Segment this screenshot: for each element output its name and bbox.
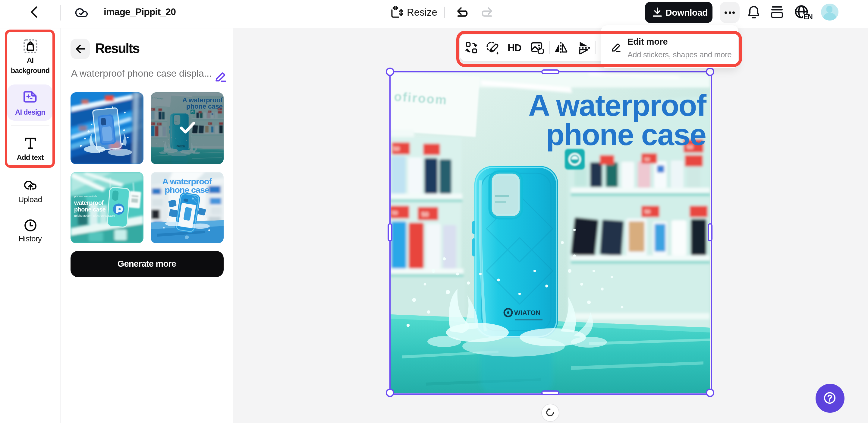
svg-text:EN: EN [804,13,812,21]
